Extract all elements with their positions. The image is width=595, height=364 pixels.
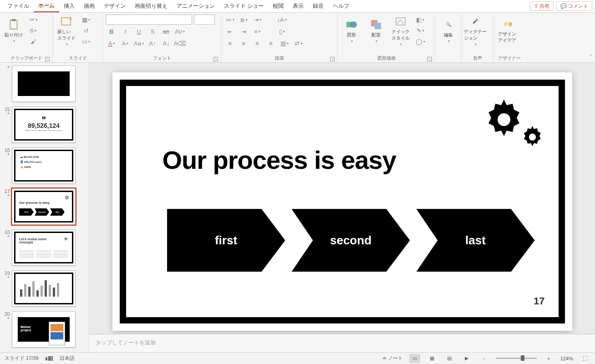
font-color-button[interactable]: A bbox=[106, 38, 117, 48]
language-indicator[interactable]: 日本語 bbox=[60, 355, 75, 362]
comment-icon: 💬 bbox=[560, 3, 567, 9]
fit-to-window-button[interactable]: ⛶ bbox=[580, 354, 590, 363]
shapes-button[interactable]: 図形 bbox=[341, 15, 362, 46]
thumbnail-16[interactable]: 16✶ ☁ 89,526,124$👤 185,244 users👍 100% bbox=[2, 147, 87, 184]
thumbnail-17[interactable]: 17✶ ⚙ Our process is easy first second l… bbox=[2, 188, 87, 225]
decrease-indent-button[interactable]: ⇤ bbox=[224, 26, 236, 36]
section-button[interactable]: ▭ bbox=[80, 36, 92, 46]
justify-button[interactable]: ≡ bbox=[265, 38, 277, 48]
share-button[interactable]: ⇪共有 bbox=[530, 1, 554, 11]
process-step-2[interactable]: second bbox=[292, 209, 410, 272]
drawing-dialog-launcher[interactable]: ↘ bbox=[427, 57, 432, 61]
strikethrough-button[interactable]: ab bbox=[160, 26, 172, 36]
bullets-button[interactable]: ≔ bbox=[224, 15, 236, 25]
format-painter-button[interactable]: 🖌 bbox=[27, 36, 39, 46]
menu-animations[interactable]: アニメーション bbox=[172, 0, 219, 12]
shape-fill-button[interactable]: ◧ bbox=[414, 15, 426, 25]
menu-design[interactable]: デザイン bbox=[99, 0, 130, 12]
process-step-1[interactable]: first bbox=[167, 209, 285, 272]
notes-toggle[interactable]: ≐ ノート bbox=[382, 355, 403, 362]
menu-record[interactable]: 録音 bbox=[308, 0, 328, 12]
arrange-icon bbox=[370, 18, 382, 31]
align-text-button[interactable]: ▯ bbox=[276, 26, 288, 36]
menu-insert[interactable]: 挿入 bbox=[59, 0, 79, 12]
line-spacing-button[interactable]: ≡ bbox=[251, 26, 263, 36]
editing-button[interactable]: 🔍編集 bbox=[438, 15, 458, 46]
bold-button[interactable]: B bbox=[106, 26, 117, 36]
new-slide-button[interactable]: ✶ 新しい スライド bbox=[56, 15, 77, 46]
increase-indent-button[interactable]: ⇥ bbox=[238, 26, 249, 36]
smartart-button[interactable]: ⇄ bbox=[292, 38, 304, 48]
grow-font-button[interactable]: A↑ bbox=[147, 38, 158, 48]
list-level-button[interactable]: ⇥ bbox=[251, 15, 263, 25]
comments-button[interactable]: 💬コメント bbox=[556, 1, 592, 11]
underline-button[interactable]: U bbox=[133, 26, 145, 36]
text-shadow-button[interactable]: S bbox=[147, 26, 158, 36]
shape-outline-button[interactable]: ✎ bbox=[414, 25, 426, 35]
numbering-button[interactable]: ≣ bbox=[238, 15, 249, 25]
shrink-font-button[interactable]: A↓ bbox=[160, 38, 172, 48]
menu-slideshow[interactable]: スライド ショー bbox=[219, 0, 268, 12]
menu-draw[interactable]: 描画 bbox=[79, 0, 99, 12]
menu-help[interactable]: ヘルプ bbox=[328, 0, 354, 12]
menu-home[interactable]: ホーム bbox=[34, 0, 59, 12]
cut-button[interactable]: ✂ bbox=[27, 15, 39, 25]
highlight-button[interactable]: A bbox=[119, 38, 131, 48]
process-step-3[interactable]: last bbox=[417, 209, 535, 272]
slide-title[interactable]: Our process is easy bbox=[163, 145, 396, 175]
dictate-button[interactable]: 🎤ディクテー ション bbox=[464, 15, 486, 46]
arrange-button[interactable]: 配置 bbox=[365, 15, 387, 46]
thumbnail-14[interactable]: ✶ bbox=[2, 66, 87, 102]
paragraph-dialog-launcher[interactable]: ↘ bbox=[330, 57, 335, 61]
copy-button[interactable]: ⎘ bbox=[27, 25, 39, 35]
slide-canvas[interactable]: Our process is easy first second last 17… bbox=[89, 63, 595, 352]
brush-icon: 🖌 bbox=[31, 38, 36, 45]
svg-text:✶: ✶ bbox=[69, 16, 72, 21]
group-slides: ✶ 新しい スライド ▦ ↺ ▭ スライド bbox=[53, 13, 103, 62]
thumbnail-19[interactable]: 19✶ bbox=[2, 270, 87, 307]
thumbnail-15[interactable]: 15✶ 89,526,124Whoa! That's a big number,… bbox=[2, 106, 87, 143]
process-arrows[interactable]: first second last bbox=[167, 209, 535, 272]
collapse-ribbon-button[interactable]: ˄ bbox=[590, 54, 592, 61]
text-direction-button[interactable]: ↕A bbox=[276, 15, 288, 25]
reading-view-button[interactable]: ▤ bbox=[444, 354, 455, 363]
zoom-out-button[interactable]: − bbox=[478, 354, 489, 363]
clipboard-dialog-launcher[interactable]: ↘ bbox=[45, 57, 50, 61]
zoom-level[interactable]: 124% bbox=[560, 356, 573, 361]
clear-formatting-button[interactable]: A⌫ bbox=[174, 38, 186, 48]
section-icon: ▭ bbox=[82, 38, 87, 45]
font-family-select[interactable] bbox=[106, 15, 192, 25]
design-ideas-button[interactable]: ⚡▦デザイン アイデア bbox=[496, 15, 518, 46]
menu-file[interactable]: ファイル bbox=[3, 0, 34, 12]
group-font: B I U S ab AV A A Aa A↑ A↓ A⌫ フォント↘ bbox=[103, 13, 221, 62]
current-slide[interactable]: Our process is easy first second last 17 bbox=[112, 72, 572, 331]
menu-view[interactable]: 表示 bbox=[288, 0, 308, 12]
normal-view-button[interactable]: ▭ bbox=[409, 354, 420, 363]
quick-styles-button[interactable]: クイック スタイル bbox=[390, 15, 412, 46]
accessibility-icon[interactable]: �጖ bbox=[45, 356, 53, 361]
paste-button[interactable]: 貼り付け bbox=[3, 15, 25, 46]
zoom-in-button[interactable]: + bbox=[543, 354, 554, 363]
char-spacing-button[interactable]: AV bbox=[174, 26, 186, 36]
reset-slide-button[interactable]: ↺ bbox=[80, 25, 92, 35]
svg-point-5 bbox=[351, 21, 357, 28]
notes-pane[interactable]: タップしてノートを追加 bbox=[89, 334, 595, 352]
columns-button[interactable]: ▥ bbox=[279, 38, 290, 48]
menu-transitions[interactable]: 画面切り替え bbox=[130, 0, 172, 12]
shape-effects-button[interactable]: ◯ bbox=[414, 36, 426, 46]
slide-thumbnails-panel[interactable]: ✶ 15✶ 89,526,124Whoa! That's a big numbe… bbox=[0, 63, 89, 352]
layout-button[interactable]: ▦ bbox=[80, 15, 92, 25]
italic-button[interactable]: I bbox=[119, 26, 131, 36]
menu-review[interactable]: 校閲 bbox=[268, 0, 288, 12]
slideshow-view-button[interactable]: ▶ bbox=[461, 354, 472, 363]
align-center-button[interactable]: ≡ bbox=[238, 38, 249, 48]
thumbnail-20[interactable]: 20✶ Mobile project bbox=[2, 311, 87, 348]
change-case-button[interactable]: Aa bbox=[133, 38, 145, 48]
slide-sorter-button[interactable]: ▦ bbox=[427, 354, 437, 363]
align-left-button[interactable]: ≡ bbox=[224, 38, 236, 48]
font-dialog-launcher[interactable]: ↘ bbox=[214, 57, 218, 61]
font-size-select[interactable] bbox=[194, 15, 215, 25]
align-right-button[interactable]: ≡ bbox=[251, 38, 263, 48]
zoom-slider[interactable] bbox=[496, 358, 537, 359]
thumbnail-18[interactable]: 18✶ Let's review some concepts👁 bbox=[2, 229, 87, 266]
